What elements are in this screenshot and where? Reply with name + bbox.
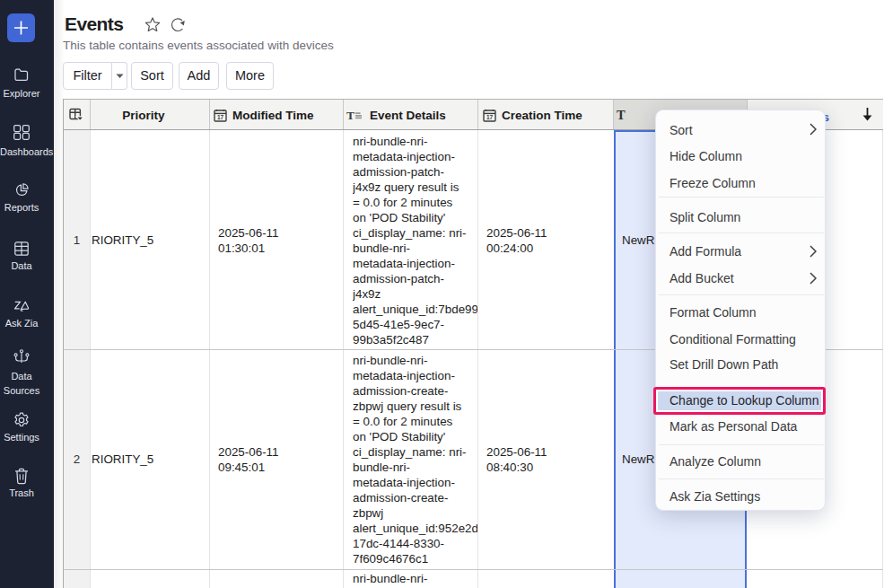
svg-text:17: 17 <box>486 114 494 120</box>
svg-text:T: T <box>346 109 354 121</box>
svg-text:17: 17 <box>217 114 224 120</box>
